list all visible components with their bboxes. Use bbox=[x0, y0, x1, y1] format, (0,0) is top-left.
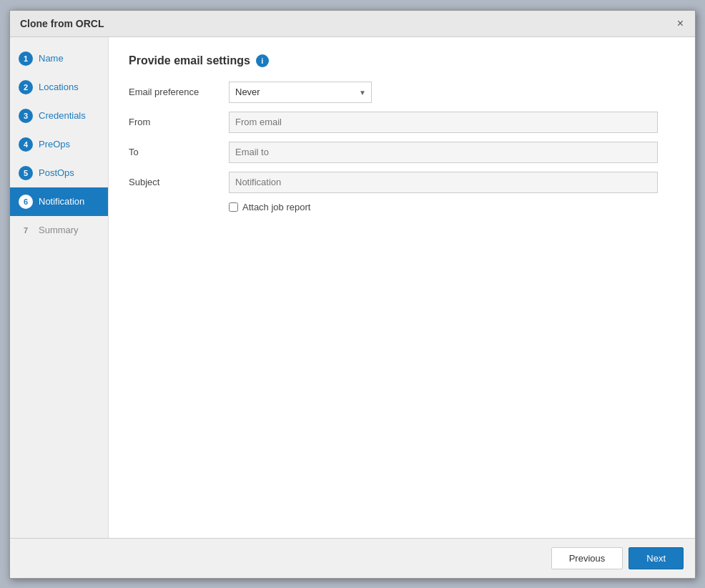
info-icon[interactable]: i bbox=[256, 54, 269, 67]
sidebar-label-locations: Locations bbox=[39, 82, 79, 92]
step-badge-4: 4 bbox=[19, 137, 33, 152]
section-heading: Provide email settings i bbox=[129, 54, 675, 67]
step-badge-3: 3 bbox=[19, 109, 33, 123]
sidebar-item-preops[interactable]: 4 PreOps bbox=[10, 130, 108, 159]
dialog-body: 1 Name 2 Locations 3 Credentials 4 PreOp… bbox=[10, 37, 695, 538]
sidebar-label-name: Name bbox=[39, 53, 64, 64]
dialog-title: Clone from ORCL bbox=[20, 18, 104, 29]
to-input[interactable] bbox=[229, 142, 658, 163]
subject-row: Subject bbox=[129, 172, 675, 193]
from-row: From bbox=[129, 112, 675, 133]
email-preference-select[interactable]: Never Always On failure On success bbox=[229, 82, 372, 103]
email-preference-row: Email preference Never Always On failure… bbox=[129, 82, 675, 103]
attach-job-report-row: Attach job report bbox=[229, 202, 675, 212]
sidebar-item-credentials[interactable]: 3 Credentials bbox=[10, 102, 108, 130]
dialog: Clone from ORCL × 1 Name 2 Locations 3 C… bbox=[9, 10, 696, 579]
dialog-titlebar: Clone from ORCL × bbox=[10, 11, 695, 37]
attach-job-report-label[interactable]: Attach job report bbox=[242, 202, 310, 212]
next-button[interactable]: Next bbox=[628, 547, 684, 569]
main-content: Provide email settings i Email preferenc… bbox=[109, 37, 695, 538]
section-title-text: Provide email settings bbox=[129, 54, 250, 67]
sidebar-label-notification: Notification bbox=[39, 196, 84, 207]
from-label: From bbox=[129, 117, 229, 127]
previous-button[interactable]: Previous bbox=[551, 547, 623, 569]
subject-input[interactable] bbox=[229, 172, 658, 193]
to-row: To bbox=[129, 142, 675, 163]
sidebar-label-preops: PreOps bbox=[39, 139, 70, 150]
sidebar-item-postops[interactable]: 5 PostOps bbox=[10, 159, 108, 187]
from-input[interactable] bbox=[229, 112, 658, 133]
sidebar-item-summary[interactable]: 7 Summary bbox=[10, 216, 108, 245]
sidebar-label-credentials: Credentials bbox=[39, 110, 86, 121]
sidebar-item-notification[interactable]: 6 Notification bbox=[10, 187, 108, 216]
step-badge-6: 6 bbox=[19, 195, 33, 209]
email-preference-select-wrapper: Never Always On failure On success ▼ bbox=[229, 82, 372, 103]
sidebar: 1 Name 2 Locations 3 Credentials 4 PreOp… bbox=[10, 37, 109, 538]
sidebar-label-postops: PostOps bbox=[39, 167, 74, 178]
sidebar-label-summary: Summary bbox=[39, 225, 79, 235]
to-label: To bbox=[129, 147, 229, 157]
step-badge-7: 7 bbox=[19, 223, 33, 237]
close-button[interactable]: × bbox=[676, 18, 685, 29]
dialog-footer: Previous Next bbox=[10, 538, 695, 578]
subject-label: Subject bbox=[129, 177, 229, 187]
step-badge-2: 2 bbox=[19, 80, 33, 94]
email-preference-label: Email preference bbox=[129, 87, 229, 97]
attach-job-report-checkbox[interactable] bbox=[229, 202, 238, 212]
step-badge-5: 5 bbox=[19, 166, 33, 180]
step-badge-1: 1 bbox=[19, 52, 33, 66]
sidebar-item-locations[interactable]: 2 Locations bbox=[10, 73, 108, 102]
sidebar-item-name[interactable]: 1 Name bbox=[10, 44, 108, 73]
